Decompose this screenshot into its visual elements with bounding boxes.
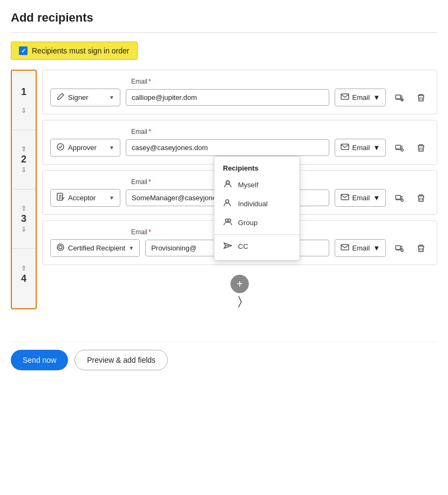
settings-icon-3[interactable] bbox=[391, 190, 408, 206]
preview-button[interactable]: Preview & add fields bbox=[74, 350, 168, 370]
order-column: 1 ⇧ ⇩ ⇧ 2 ⇩ ⇧ 3 ⇩ ⇧ bbox=[11, 70, 37, 309]
delete-icon-1[interactable] bbox=[413, 90, 429, 106]
settings-icon-4[interactable] bbox=[391, 240, 408, 256]
email-input-1[interactable] bbox=[126, 89, 329, 106]
role-name-2: Approver bbox=[68, 144, 106, 152]
settings-icon-1[interactable] bbox=[391, 90, 408, 106]
email-delivery-icon-1 bbox=[341, 92, 349, 103]
svg-rect-4 bbox=[341, 144, 349, 150]
dropdown-item-individual-label: Individual bbox=[238, 200, 268, 208]
role-name-3: Acceptor bbox=[68, 194, 106, 202]
order-num-1: 1 bbox=[21, 86, 26, 98]
delivery-label-4: Email bbox=[352, 244, 370, 252]
order-item-4: ⇧ 4 ⇩ bbox=[12, 249, 36, 308]
order-item-3: ⇧ 3 ⇩ bbox=[12, 189, 36, 249]
add-recipient-area: Recipients Myself bbox=[42, 275, 437, 293]
email-input-2[interactable] bbox=[126, 139, 329, 156]
order-arrows-1: ⇧ ⇩ bbox=[19, 99, 28, 114]
role-chevron-2: ▼ bbox=[109, 145, 114, 151]
recipients-dropdown: Recipients Myself bbox=[214, 156, 300, 261]
delivery-label-3: Email bbox=[352, 194, 370, 202]
recipient-card-1: Email* Signer ▼ bbox=[42, 70, 437, 114]
delivery-select-3[interactable]: Email ▼ bbox=[335, 189, 386, 207]
order-arrows-2-top: ⇧ bbox=[19, 145, 28, 153]
order-down-2[interactable]: ⇩ bbox=[19, 166, 28, 174]
svg-point-10 bbox=[401, 199, 403, 201]
footer-buttons: Send now Preview & add fields bbox=[11, 342, 437, 370]
dropdown-item-individual[interactable]: Individual bbox=[214, 194, 300, 213]
recipients-list: Email* Signer ▼ bbox=[37, 70, 437, 309]
svg-point-20 bbox=[228, 219, 231, 222]
dropdown-section-title: Recipients bbox=[214, 161, 300, 175]
order-arrows-4-top: ⇧ bbox=[19, 265, 28, 272]
order-arrows-2-bottom: ⇩ bbox=[19, 166, 28, 174]
email-delivery-icon-2 bbox=[341, 143, 349, 153]
page-title: Add recipients bbox=[11, 11, 437, 33]
sign-order-checkbox bbox=[19, 46, 28, 55]
role-select-1[interactable]: Signer ▼ bbox=[50, 89, 120, 106]
role-select-2[interactable]: Approver ▼ bbox=[50, 139, 120, 157]
delivery-chevron-4: ▼ bbox=[373, 244, 380, 252]
role-chevron-3: ▼ bbox=[109, 195, 114, 201]
role-select-3[interactable]: Acceptor ▼ bbox=[50, 189, 120, 207]
svg-rect-9 bbox=[396, 195, 401, 199]
sign-order-text: Recipients must sign in order bbox=[32, 46, 130, 55]
svg-point-17 bbox=[226, 181, 229, 184]
dropdown-item-cc[interactable]: CC bbox=[214, 237, 300, 256]
order-num-2: 2 bbox=[21, 154, 26, 165]
send-now-button[interactable]: Send now bbox=[11, 350, 68, 370]
delivery-chevron-2: ▼ bbox=[373, 144, 380, 152]
delete-icon-3[interactable] bbox=[413, 190, 429, 206]
svg-point-15 bbox=[401, 249, 403, 252]
role-select-4[interactable]: Certified Recipient ▼ bbox=[50, 239, 140, 257]
delete-icon-2[interactable] bbox=[413, 140, 429, 156]
svg-point-18 bbox=[226, 200, 229, 203]
settings-icon-2[interactable] bbox=[391, 140, 408, 156]
myself-icon bbox=[223, 180, 233, 190]
delivery-select-4[interactable]: Email ▼ bbox=[335, 239, 386, 257]
order-down-1[interactable]: ⇩ bbox=[19, 107, 28, 114]
delivery-select-1[interactable]: Email ▼ bbox=[335, 89, 386, 106]
delivery-chevron-1: ▼ bbox=[373, 93, 380, 101]
email-delivery-icon-3 bbox=[341, 193, 349, 203]
dropdown-divider bbox=[214, 234, 300, 235]
svg-rect-14 bbox=[396, 246, 401, 249]
order-item-2: ⇧ 2 ⇩ bbox=[12, 130, 36, 189]
svg-rect-0 bbox=[341, 94, 349, 99]
delivery-label-1: Email bbox=[352, 93, 370, 101]
sign-order-banner: Recipients must sign in order bbox=[11, 42, 138, 60]
email-label-2: Email* bbox=[50, 128, 429, 135]
svg-rect-1 bbox=[396, 95, 401, 99]
dropdown-item-myself[interactable]: Myself bbox=[214, 175, 300, 194]
recipient-row-2: Approver ▼ Email ▼ bbox=[50, 139, 429, 157]
certified-icon bbox=[56, 243, 65, 253]
order-up-4[interactable]: ⇧ bbox=[19, 265, 28, 272]
dropdown-item-group[interactable]: Group bbox=[214, 213, 300, 232]
dropdown-item-group-label: Group bbox=[238, 219, 257, 227]
dropdown-item-myself-label: Myself bbox=[238, 181, 259, 189]
role-chevron-1: ▼ bbox=[109, 94, 114, 100]
order-item-1: 1 ⇧ ⇩ bbox=[12, 71, 36, 130]
svg-point-11 bbox=[57, 244, 64, 250]
dropdown-item-cc-label: CC bbox=[238, 242, 248, 250]
delivery-label-2: Email bbox=[352, 144, 370, 152]
svg-rect-13 bbox=[341, 245, 349, 250]
cc-icon bbox=[223, 241, 233, 252]
add-recipient-button[interactable]: + bbox=[230, 275, 249, 293]
order-arrows-3-top: ⇧ bbox=[19, 205, 28, 212]
order-num-4: 4 bbox=[21, 273, 26, 284]
email-label-1: Email* bbox=[50, 78, 429, 85]
role-name-1: Signer bbox=[68, 93, 106, 101]
delivery-chevron-3: ▼ bbox=[373, 194, 380, 202]
svg-rect-5 bbox=[396, 145, 401, 149]
email-delivery-icon-4 bbox=[341, 243, 349, 253]
order-up-3[interactable]: ⇧ bbox=[19, 205, 28, 212]
delivery-select-2[interactable]: Email ▼ bbox=[335, 139, 386, 157]
recipients-container: 1 ⇧ ⇩ ⇧ 2 ⇩ ⇧ 3 ⇩ ⇧ bbox=[11, 70, 437, 309]
order-num-3: 3 bbox=[21, 213, 26, 225]
acceptor-icon bbox=[56, 193, 65, 203]
cursor-icon: 〉 bbox=[238, 294, 242, 308]
order-up-2[interactable]: ⇧ bbox=[19, 145, 28, 153]
order-down-3[interactable]: ⇩ bbox=[19, 226, 28, 233]
delete-icon-4[interactable] bbox=[413, 240, 429, 256]
